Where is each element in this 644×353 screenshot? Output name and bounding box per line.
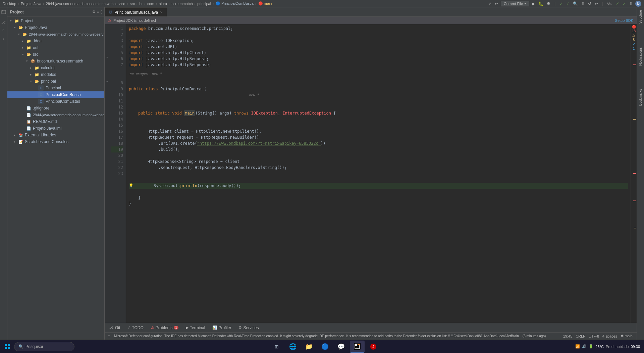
right-sidebar-notifications[interactable]: Notifications <box>639 46 642 67</box>
project-icon[interactable] <box>0 9 7 15</box>
toolbar-icon-1[interactable]: ↩ <box>494 1 499 6</box>
tree-item-principal-com-listas[interactable]: C PrincipalComListas <box>7 98 104 105</box>
status-indent[interactable]: 4 spaces <box>601 334 619 338</box>
out-folder-icon: 📁 <box>26 45 32 50</box>
panel-close-icon[interactable]: ≡ <box>97 10 99 14</box>
git-push[interactable]: ⬆ <box>581 1 585 6</box>
todo-tab-label: TODO <box>132 325 143 330</box>
tab-todo[interactable]: ✓ TODO <box>124 324 147 332</box>
right-sidebar-bookmarks[interactable]: Bookmarks <box>639 88 642 107</box>
bottom-tabs: ⎇ Git ✓ TODO ⚠ Problems 1 ▶ Terminal 📊 P… <box>105 323 637 332</box>
breadcrumb-class[interactable]: 🔵 PrincipalComBusca <box>216 1 254 6</box>
code-line-7: import java.net.http.HttpResponse; <box>129 62 628 68</box>
status-branch[interactable]: ✱ main <box>619 334 634 338</box>
taskbar-search-box[interactable]: 🔍 Pesquisar <box>14 342 74 351</box>
git-status-check2[interactable]: ✓ <box>566 1 570 6</box>
current-file-button[interactable]: Current File ▾ <box>501 1 529 6</box>
tree-item-principal-class[interactable]: C Principal <box>7 85 104 91</box>
tab-terminal[interactable]: ▶ Terminal <box>182 324 208 332</box>
tree-item-projeto-iml[interactable]: 📄 Projeto Java.iml <box>7 125 104 132</box>
vcs-icon[interactable]: ⛌ <box>0 26 7 33</box>
git-check2[interactable]: ✓ <box>622 1 627 6</box>
tray-battery[interactable]: 🔋 <box>589 344 593 349</box>
tree-item-projeto-java[interactable]: ▾ 📂 Projeto Java <box>7 24 104 31</box>
tab-problems[interactable]: ⚠ Problems 1 <box>148 324 182 332</box>
active-tab-label: PrincipalComBusca.java <box>114 10 158 15</box>
git-history[interactable]: ↺ <box>587 1 592 6</box>
taskbar-explorer[interactable]: 📁 <box>302 341 316 353</box>
run-config[interactable]: ⚙ <box>546 1 551 6</box>
tab-close-button[interactable]: ✕ <box>160 10 163 14</box>
tab-profiler[interactable]: 📊 Profiler <box>209 324 234 332</box>
git-icon-left[interactable]: ⑃ <box>0 36 7 43</box>
run-button[interactable]: ▶ <box>531 1 536 6</box>
search-icon: 🔍 <box>18 344 23 349</box>
taskbar-jetbrains[interactable] <box>350 341 365 353</box>
breadcrumb-method[interactable]: 🔴 main <box>258 1 272 6</box>
git-status-check[interactable]: ✓ <box>559 1 564 6</box>
svg-rect-11 <box>358 344 360 345</box>
breadcrumb-alura[interactable]: alura <box>159 2 167 6</box>
avatar[interactable]: D <box>635 1 641 7</box>
error-marks <box>631 51 637 323</box>
code-line-21: HttpResponse< String> response = client <box>129 159 628 165</box>
tree-item-principal[interactable]: ▾ 📂 principal <box>7 78 104 85</box>
tree-item-principal-com-busca[interactable]: C PrincipalComBusca <box>7 91 104 98</box>
git-commit[interactable]: ✓ <box>615 1 620 6</box>
status-charset[interactable]: UTF-8 <box>587 334 600 338</box>
tree-item-calculos[interactable]: ▸ 📁 calculos <box>7 64 104 71</box>
git-push2[interactable]: ⬆ <box>629 1 633 6</box>
taskbar-clock[interactable]: 09:30 <box>631 345 640 349</box>
debug-button[interactable]: 🐛 <box>538 1 544 6</box>
code-line-14 <box>129 116 628 122</box>
tab-services[interactable]: ⚙ Services <box>235 324 262 332</box>
git-icon[interactable]: ⑃ <box>488 1 492 6</box>
breadcrumb-desktop[interactable]: Desktop <box>3 2 16 6</box>
setup-sdk-link[interactable]: Setup SDK <box>615 18 633 23</box>
info-count: 1 <box>633 47 635 50</box>
breadcrumb-src[interactable]: src <box>130 2 135 6</box>
commit-icon[interactable]: ⎇ <box>0 19 7 26</box>
windows-start-button[interactable] <box>1 341 13 353</box>
breadcrumb-screenmatch[interactable]: screenmatch <box>172 2 193 6</box>
tree-item-readme[interactable]: 📋 README.md <box>7 118 104 125</box>
warning-count: 8 <box>633 38 635 42</box>
status-right: 19:45 CRLF UTF-8 4 spaces ✱ main <box>562 334 634 338</box>
tree-item-src[interactable]: ▾ 📂 src <box>7 51 104 58</box>
tree-item-package[interactable]: ▾ 📦 br.com.alura.screenmatch <box>7 58 104 64</box>
breadcrumb-com[interactable]: com <box>147 2 154 6</box>
breadcrumb-principal[interactable]: principal <box>197 2 211 6</box>
right-sidebar-structure[interactable]: Structure <box>639 9 642 25</box>
tray-network[interactable]: 📶 <box>575 344 580 349</box>
tree-item-project[interactable]: ▾ 📁 Project <box>7 17 104 24</box>
breadcrumb-project[interactable]: 2944-java-screenmatch-consumindo-webserv… <box>46 2 125 6</box>
tree-item-iml[interactable]: 📄 2944-java-screenmatch-consumindo-webse… <box>7 112 104 118</box>
taskbar-edge[interactable]: 🌐 <box>285 341 300 353</box>
taskbar-taskview[interactable]: ⊞ <box>269 341 284 353</box>
code-line-4: import java.net.URI; <box>129 44 628 50</box>
taskbar-browser[interactable]: 🔵 <box>318 341 332 353</box>
code-editor[interactable]: package br.com.alura.screenmatch.princip… <box>126 24 631 323</box>
tree-item-gitignore[interactable]: 📄 .gitignore <box>7 105 104 112</box>
git-search[interactable]: 🔍 <box>572 1 579 6</box>
tree-item-2944[interactable]: ▾ 📂 2944-java-screenmatch-consumindo-web… <box>7 31 104 38</box>
panel-expand-icon[interactable]: ⟨ <box>100 10 102 14</box>
taskbar-whatsapp[interactable]: 💬 <box>334 341 348 353</box>
breadcrumb: Desktop › Projeto Java › 2944-java-scree… <box>3 1 272 6</box>
status-encoding[interactable]: CRLF <box>574 334 587 338</box>
tree-item-out[interactable]: ▸ 📁 out <box>7 44 104 51</box>
taskbar-app-red[interactable]: J <box>366 341 381 353</box>
toolbar-revert[interactable]: ↩ <box>594 1 599 6</box>
tray-volume[interactable]: 🔊 <box>582 344 587 349</box>
tree-item-scratches[interactable]: ▸ 📝 Scratches and Consoles <box>7 138 104 145</box>
breadcrumb-br[interactable]: br <box>139 2 143 6</box>
idea-folder-icon: 📁 <box>26 38 32 44</box>
panel-settings-icon[interactable]: ⚙ <box>92 10 96 14</box>
status-line-col[interactable]: 19:45 <box>562 334 574 338</box>
tree-item-external-libs[interactable]: ▸ 📚 External Libraries <box>7 132 104 138</box>
tab-git[interactable]: ⎇ Git <box>106 324 123 332</box>
breadcrumb-projeto-java[interactable]: Projeto Java <box>21 2 41 6</box>
tree-item-idea[interactable]: ▸ 📁 .idea <box>7 38 104 44</box>
editor-tab-active[interactable]: C PrincipalComBusca.java ✕ <box>105 8 167 16</box>
tree-item-modelos[interactable]: ▸ 📁 modelos <box>7 71 104 78</box>
